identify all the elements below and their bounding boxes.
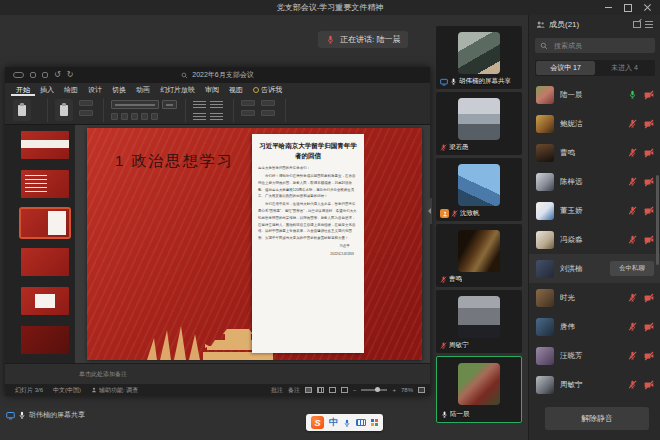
slideshow-icon[interactable] <box>341 387 348 393</box>
camera-off-icon[interactable] <box>644 206 654 216</box>
member-row[interactable]: 鲍妮洁 <box>529 109 660 138</box>
bullets-button[interactable] <box>193 101 206 110</box>
member-search-box[interactable] <box>535 38 655 53</box>
font-size-select[interactable] <box>162 100 177 109</box>
member-row[interactable]: 陆一晨 <box>529 80 660 109</box>
collapse-video-strip-handle[interactable] <box>427 198 432 224</box>
accessibility-status[interactable]: 辅助功能: 调查 <box>91 386 138 395</box>
tab-home[interactable]: 开始 <box>11 83 35 96</box>
video-tile[interactable]: 曹鸣 <box>436 224 522 287</box>
current-slide[interactable]: 1 政治思想学习 习近平给南京大学留学归国青年学者的回信 <box>87 128 422 360</box>
ime-toolbox-icon[interactable] <box>371 419 378 426</box>
align-right-button[interactable] <box>210 113 223 122</box>
reset-button[interactable] <box>79 110 93 116</box>
camera-off-icon[interactable] <box>644 148 654 158</box>
camera-off-icon[interactable] <box>644 90 654 100</box>
member-row[interactable]: 汪晓芳 <box>529 341 660 370</box>
ime-lang-toggle[interactable]: 中 <box>329 416 338 429</box>
popout-panel-icon[interactable] <box>633 21 641 28</box>
slide-thumbnail-1[interactable]: 1 <box>21 131 69 159</box>
mic-muted-icon[interactable] <box>628 119 637 128</box>
slide-thumbnail-2[interactable]: 2 <box>21 170 69 198</box>
video-tile-sharer[interactable]: 胡伟楠的屏幕共享 <box>436 26 522 89</box>
camera-off-icon[interactable] <box>644 322 654 332</box>
shape-fill-button[interactable] <box>261 110 275 116</box>
members-list[interactable]: 陆一晨 鲍妮洁 曹鸣 <box>529 80 660 399</box>
ime-keyboard-icon[interactable] <box>356 419 366 426</box>
panel-menu-icon[interactable] <box>645 21 653 28</box>
minimize-button[interactable] <box>598 0 618 15</box>
camera-off-icon[interactable] <box>644 293 654 303</box>
mic-on-icon[interactable] <box>628 90 637 99</box>
tab-view[interactable]: 视图 <box>224 83 248 96</box>
camera-off-icon[interactable] <box>644 235 654 245</box>
paste-button[interactable] <box>13 99 31 121</box>
reading-view-icon[interactable] <box>329 387 336 393</box>
member-row[interactable]: 周敏宁 <box>529 370 660 399</box>
camera-off-icon[interactable] <box>644 380 654 390</box>
tab-in-meeting[interactable]: 会议中 17 <box>536 61 595 75</box>
normal-view-icon[interactable] <box>305 387 312 393</box>
member-row-hovered[interactable]: 刘洪楠 会中私聊 <box>529 254 660 283</box>
tab-draw[interactable]: 绘图 <box>59 83 83 96</box>
mic-muted-icon[interactable] <box>628 235 637 244</box>
member-row[interactable]: 冯焱淼 <box>529 225 660 254</box>
language-indicator[interactable]: 中文(中国) <box>53 386 81 395</box>
comments-button[interactable]: 批注 <box>271 386 283 395</box>
slide-sorter-icon[interactable] <box>317 387 324 393</box>
align-left-button[interactable] <box>210 101 223 110</box>
arrange-button[interactable] <box>241 110 255 116</box>
slide-thumbnail-6[interactable]: 6 <box>21 326 69 354</box>
new-slide-button[interactable] <box>55 99 73 121</box>
video-tile[interactable]: 梁若愚 <box>436 92 522 155</box>
zoom-slider[interactable] <box>361 389 387 391</box>
maximize-button[interactable] <box>618 0 638 15</box>
tab-tell-me[interactable]: 告诉我 <box>248 83 287 96</box>
member-row[interactable]: 唐伟 <box>529 312 660 341</box>
notes-pane[interactable]: 单击此处添加备注 <box>5 363 430 384</box>
font-family-select[interactable] <box>111 100 159 109</box>
save-icon[interactable] <box>42 72 48 78</box>
member-search-input[interactable] <box>552 41 650 50</box>
member-row[interactable]: 时光 <box>529 283 660 312</box>
align-center-button[interactable] <box>193 113 206 122</box>
slide-thumbnail-4[interactable]: 4 <box>21 248 69 276</box>
tab-slideshow[interactable]: 幻灯片放映 <box>155 83 200 96</box>
tab-insert[interactable]: 插入 <box>35 83 59 96</box>
video-tile-active-speaker[interactable]: 陆一晨 <box>436 356 522 423</box>
member-row[interactable]: 曹鸣 <box>529 138 660 167</box>
redo-icon[interactable]: ↻ <box>67 71 74 79</box>
fit-slide-button[interactable] <box>418 387 425 393</box>
members-scrollbar[interactable] <box>656 175 659 265</box>
mic-muted-icon[interactable] <box>628 380 637 389</box>
member-row[interactable]: 陈梓远 <box>529 167 660 196</box>
mic-muted-icon[interactable] <box>628 322 637 331</box>
tab-review[interactable]: 审阅 <box>200 83 224 96</box>
notes-button[interactable]: 备注 <box>288 386 300 395</box>
tab-not-entered[interactable]: 未进入 4 <box>595 61 654 75</box>
highlight-button[interactable] <box>151 113 158 120</box>
mic-muted-icon[interactable] <box>628 206 637 215</box>
ime-toolbar[interactable]: S 中 <box>306 414 383 431</box>
private-chat-button[interactable]: 会中私聊 <box>610 261 654 276</box>
quick-styles-button[interactable] <box>261 100 275 106</box>
undo-icon[interactable]: ↺ <box>54 71 61 79</box>
underline-button[interactable] <box>131 113 138 120</box>
slide-thumbnail-5[interactable]: 5 <box>21 287 69 315</box>
camera-off-icon[interactable] <box>644 351 654 361</box>
tab-transitions[interactable]: 切换 <box>107 83 131 96</box>
home-icon[interactable] <box>30 72 36 78</box>
mic-muted-icon[interactable] <box>628 351 637 360</box>
member-row[interactable]: 董玉娇 <box>529 196 660 225</box>
italic-button[interactable] <box>121 113 128 120</box>
unmute-button[interactable]: 解除静音 <box>545 407 649 430</box>
tab-animations[interactable]: 动画 <box>131 83 155 96</box>
shapes-button[interactable] <box>241 100 255 106</box>
sogou-logo[interactable]: S <box>311 416 324 429</box>
tab-design[interactable]: 设计 <box>83 83 107 96</box>
camera-off-icon[interactable] <box>644 119 654 129</box>
font-color-button[interactable] <box>141 113 148 120</box>
video-tile[interactable]: 周敏宁 <box>436 290 522 353</box>
ime-mic-icon[interactable] <box>343 419 351 427</box>
camera-off-icon[interactable] <box>644 177 654 187</box>
